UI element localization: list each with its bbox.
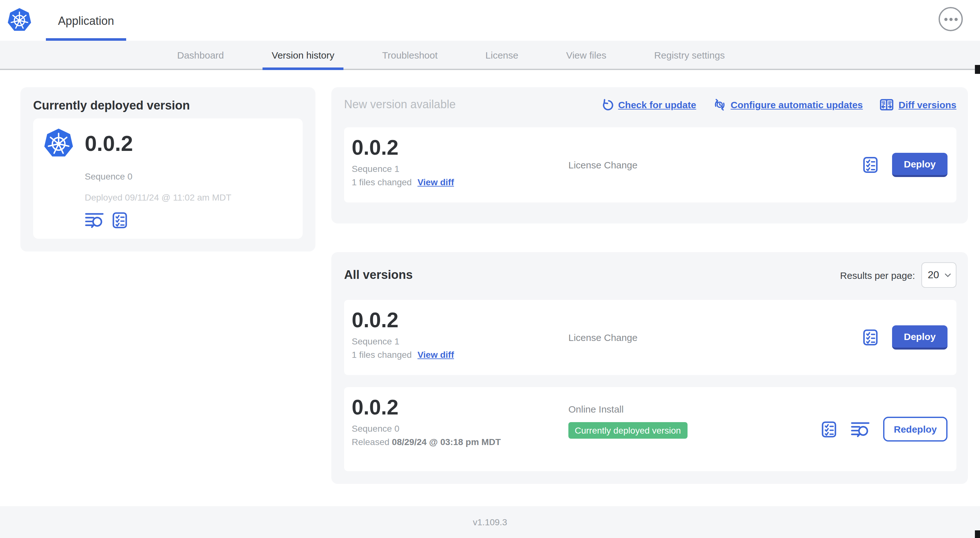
deploy-button[interactable]: Deploy bbox=[892, 153, 948, 177]
preflight-checks-button[interactable] bbox=[820, 420, 838, 438]
version-sequence: Sequence 0 bbox=[352, 424, 501, 433]
files-changed-label: 1 files changed bbox=[352, 177, 412, 187]
app-nav: Dashboard Version history Troubleshoot L… bbox=[0, 41, 980, 70]
tab-registry-settings[interactable]: Registry settings bbox=[645, 41, 734, 69]
version-row: 0.0.2 Sequence 1 1 files changed View di… bbox=[344, 300, 956, 375]
checklist-icon bbox=[111, 211, 129, 229]
version-sequence: Sequence 1 bbox=[352, 336, 454, 346]
tab-troubleshoot[interactable]: Troubleshoot bbox=[373, 41, 447, 69]
more-menu-button[interactable] bbox=[939, 7, 963, 31]
new-version-title: New version available bbox=[344, 98, 456, 111]
checklist-icon bbox=[861, 329, 879, 346]
tab-license[interactable]: License bbox=[477, 41, 527, 69]
ellipsis-icon bbox=[954, 17, 958, 21]
new-version-section: New version available Check for update C… bbox=[331, 87, 968, 224]
preflight-checks-button[interactable] bbox=[861, 156, 879, 174]
version-number: 0.0.2 bbox=[352, 135, 454, 160]
tab-dashboard[interactable]: Dashboard bbox=[168, 41, 233, 69]
version-actions-links: Check for update Configure automatic upd… bbox=[601, 97, 956, 112]
view-diff-link[interactable]: View diff bbox=[417, 177, 454, 187]
view-deploy-logs-button[interactable] bbox=[85, 211, 105, 229]
checklist-icon bbox=[820, 420, 838, 438]
kubernetes-app-icon bbox=[43, 128, 74, 159]
version-sequence: Sequence 1 bbox=[352, 163, 454, 174]
view-deploy-logs-button[interactable] bbox=[851, 420, 870, 438]
scrollbar-thumb[interactable] bbox=[975, 65, 980, 74]
check-for-update-link[interactable]: Check for update bbox=[601, 98, 696, 111]
preflight-checks-button[interactable] bbox=[111, 211, 129, 229]
deploy-button[interactable]: Deploy bbox=[892, 325, 948, 349]
deployed-sequence: Sequence 0 bbox=[85, 171, 303, 181]
currently-deployed-title: Currently deployed version bbox=[33, 99, 315, 113]
version-number: 0.0.2 bbox=[352, 395, 501, 420]
ellipsis-icon bbox=[944, 17, 947, 21]
diff-versions-link[interactable]: Diff versions bbox=[879, 97, 956, 112]
tab-application[interactable]: Application bbox=[46, 1, 126, 41]
configure-automatic-updates-link[interactable]: Configure automatic updates bbox=[713, 98, 863, 111]
logs-icon bbox=[85, 211, 105, 229]
version-source: License Change bbox=[568, 332, 638, 343]
preflight-checks-button[interactable] bbox=[861, 329, 879, 346]
auto-update-clock-icon bbox=[713, 98, 726, 111]
diff-icon bbox=[879, 97, 894, 112]
all-versions-title: All versions bbox=[344, 268, 412, 282]
currently-deployed-version-panel: 0.0.2 Sequence 0 Deployed 09/11/24 @ 11:… bbox=[33, 118, 303, 239]
top-bar: Application bbox=[0, 0, 980, 41]
deployed-version-number: 0.0.2 bbox=[85, 131, 133, 156]
redeploy-button[interactable]: Redeploy bbox=[883, 417, 948, 441]
refresh-icon bbox=[601, 98, 614, 111]
logs-icon bbox=[851, 420, 870, 438]
version-source: Online Install bbox=[568, 404, 687, 414]
admin-console-page: Application Dashboard Version history Tr… bbox=[0, 0, 980, 538]
deployed-timestamp: Deployed 09/11/24 @ 11:02 am MDT bbox=[85, 192, 303, 203]
app-title: Application bbox=[58, 14, 114, 28]
currently-deployed-badge: Currently deployed version bbox=[568, 422, 687, 439]
ellipsis-icon bbox=[949, 17, 952, 21]
new-version-row: 0.0.2 Sequence 1 1 files changed View di… bbox=[344, 127, 956, 203]
files-changed-label: 1 files changed bbox=[352, 349, 412, 360]
released-timestamp: Released 08/29/24 @ 03:18 pm MDT bbox=[352, 437, 501, 447]
tab-view-files[interactable]: View files bbox=[557, 41, 615, 69]
version-source: License Change bbox=[568, 159, 638, 170]
console-version-label: v1.109.3 bbox=[473, 517, 507, 527]
version-number: 0.0.2 bbox=[352, 308, 454, 333]
results-per-page-label: Results per page: bbox=[840, 270, 915, 281]
tab-version-history[interactable]: Version history bbox=[263, 41, 344, 69]
all-versions-section: All versions Results per page: 20 0.0.2 … bbox=[331, 252, 968, 484]
version-row: 0.0.2 Sequence 0 Released 08/29/24 @ 03:… bbox=[344, 387, 956, 471]
kubernetes-logo-icon bbox=[7, 8, 32, 32]
scrollbar-thumb[interactable] bbox=[975, 530, 980, 538]
currently-deployed-card: Currently deployed version 0.0.2 Sequenc… bbox=[21, 87, 315, 251]
checklist-icon bbox=[861, 156, 879, 174]
view-diff-link[interactable]: View diff bbox=[417, 349, 454, 360]
footer: v1.109.3 bbox=[0, 506, 980, 538]
chevron-down-icon bbox=[944, 273, 951, 277]
results-per-page-select[interactable]: 20 bbox=[921, 262, 956, 288]
